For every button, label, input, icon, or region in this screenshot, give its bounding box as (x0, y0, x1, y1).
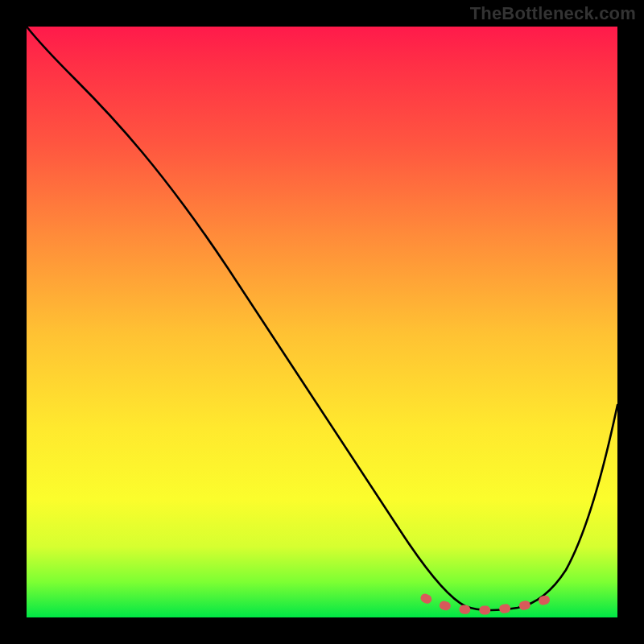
curve-svg (27, 27, 617, 617)
attribution-label: TheBottleneck.com (470, 3, 636, 24)
highlight-markers (425, 598, 546, 610)
chart-frame: TheBottleneck.com (0, 0, 644, 644)
bottleneck-curve (27, 27, 617, 610)
plot-area (27, 27, 617, 617)
